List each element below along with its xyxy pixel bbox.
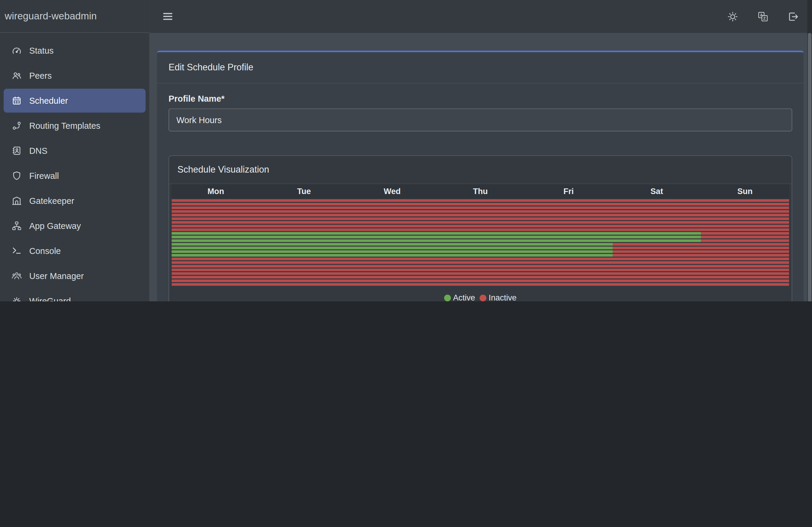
- sidebar: wireguard-webadmin StatusPeersSchedulerR…: [0, 0, 149, 301]
- schedule-hour-row: [172, 261, 789, 265]
- shield-icon: [11, 170, 23, 181]
- language-switcher[interactable]: AZ: [757, 11, 768, 22]
- day-label: Tue: [260, 184, 348, 199]
- svg-text:Z: Z: [763, 16, 766, 20]
- scrollbar: [807, 0, 812, 301]
- inactive-stripe: [172, 199, 789, 202]
- schedule-hour-row: [172, 253, 789, 257]
- gate-icon: [11, 195, 23, 206]
- schedule-grid: [172, 199, 789, 287]
- topbar: AZ: [149, 0, 807, 33]
- day-label: Fri: [524, 184, 613, 199]
- inactive-stripe: [172, 272, 789, 275]
- schedule-legend: ActiveInactive: [169, 287, 792, 301]
- schedule-visualization-card: Schedule Visualization MonTueWedThuFriSa…: [169, 155, 792, 301]
- active-stripe: [172, 254, 613, 257]
- sidebar-item-peers[interactable]: Peers: [3, 63, 146, 87]
- sidebar-item-label: WireGuard: [29, 296, 71, 301]
- card-title: Edit Schedule Profile: [157, 52, 804, 84]
- day-label: Sun: [701, 184, 789, 199]
- theme-toggle[interactable]: [727, 11, 738, 22]
- inactive-stripe: [172, 221, 789, 224]
- sitemap-icon: [11, 220, 23, 231]
- schedule-visualization: MonTueWedThuFriSatSun: [169, 184, 792, 287]
- inactive-stripe: [172, 203, 789, 206]
- svg-text:A: A: [760, 13, 763, 17]
- inactive-stripe: [172, 228, 789, 231]
- sidebar-item-gatekeeper[interactable]: Gatekeeper: [3, 189, 146, 212]
- schedule-hour-row: [172, 235, 789, 239]
- schedule-hour-row: [172, 250, 789, 253]
- inactive-stripe: [172, 265, 789, 268]
- sidebar-item-routing-templates[interactable]: Routing Templates: [3, 114, 146, 137]
- schedule-hour-row: [172, 221, 789, 224]
- sidebar-item-console[interactable]: Console: [3, 239, 146, 262]
- sidebar-item-firewall[interactable]: Firewall: [3, 164, 146, 187]
- inactive-stripe: [172, 225, 789, 227]
- sidebar-item-wireguard[interactable]: WireGuard: [3, 289, 146, 301]
- schedule-days: MonTueWedThuFriSatSun: [172, 184, 789, 199]
- schedule-hour-row: [172, 202, 789, 206]
- schedule-hour-row: [172, 231, 789, 235]
- schedule-visualization-title: Schedule Visualization: [169, 156, 792, 184]
- gear-icon: [11, 295, 23, 301]
- schedule-hour-row: [172, 206, 789, 210]
- day-label: Sat: [613, 184, 701, 199]
- sidebar-item-user-manager[interactable]: User Manager: [3, 264, 146, 288]
- legend-item: Inactive: [480, 293, 517, 301]
- day-label: Mon: [172, 184, 260, 199]
- inactive-stripe: [172, 207, 789, 209]
- sidebar-item-label: Console: [29, 246, 61, 256]
- theme-icon: [727, 11, 738, 22]
- sidebar-item-label: App Gateway: [29, 221, 81, 231]
- edit-schedule-card: Edit Schedule Profile Profile Name* Sche…: [157, 51, 804, 301]
- schedule-hour-row: [172, 272, 789, 275]
- schedule-hour-row: [172, 228, 789, 231]
- schedule-hour-row: [172, 217, 789, 221]
- schedule-hour-row: [172, 279, 789, 283]
- inactive-stripe: [172, 280, 789, 282]
- active-stripe: [172, 236, 701, 239]
- inactive-stripe: [172, 258, 789, 260]
- legend-dot-icon: [480, 295, 487, 301]
- schedule-hour-row: [172, 224, 789, 228]
- menu-toggle-icon[interactable]: [162, 11, 174, 22]
- sidebar-item-label: User Manager: [29, 271, 84, 281]
- legend-label: Inactive: [489, 293, 517, 301]
- language-icon: AZ: [757, 11, 768, 22]
- sidebar-item-app-gateway[interactable]: App Gateway: [3, 214, 146, 238]
- logout-icon: [787, 11, 799, 22]
- day-label: Wed: [348, 184, 436, 199]
- topbar-actions: AZ: [727, 11, 799, 22]
- logout[interactable]: [787, 11, 799, 22]
- legend-dot-icon: [444, 295, 451, 301]
- calendar-icon: [11, 95, 23, 106]
- sidebar-item-label: Peers: [29, 71, 52, 80]
- sidebar-nav: StatusPeersSchedulerRouting TemplatesDNS…: [0, 33, 149, 301]
- content: Edit Schedule Profile Profile Name* Sche…: [149, 33, 807, 301]
- inactive-stripe: [172, 283, 789, 286]
- app: wireguard-webadmin StatusPeersSchedulerR…: [0, 0, 812, 301]
- card-body: Profile Name* Schedule Visualization Mon…: [157, 84, 804, 301]
- sidebar-item-label: Routing Templates: [29, 121, 101, 131]
- schedule-hour-row: [172, 239, 789, 242]
- brand: wireguard-webadmin: [0, 0, 149, 33]
- sidebar-item-dns[interactable]: DNS: [3, 139, 146, 163]
- schedule-hour-row: [172, 242, 789, 246]
- schedule-hour-row: [172, 246, 789, 250]
- sidebar-item-scheduler[interactable]: Scheduler: [3, 89, 146, 112]
- scrollbar-thumb[interactable]: [808, 33, 811, 301]
- active-stripe: [172, 232, 701, 235]
- profile-name-input[interactable]: [169, 108, 792, 132]
- active-stripe: [172, 246, 613, 249]
- user-group-icon: [11, 270, 23, 281]
- sidebar-item-status[interactable]: Status: [3, 39, 146, 62]
- route-icon: [11, 120, 23, 131]
- sidebar-item-label: Firewall: [29, 171, 59, 181]
- schedule-hour-row: [172, 210, 789, 213]
- schedule-hour-row: [172, 213, 789, 217]
- inactive-stripe: [172, 276, 789, 278]
- schedule-hour-row: [172, 283, 789, 286]
- schedule-hour-row: [172, 275, 789, 279]
- legend-label: Active: [453, 293, 475, 301]
